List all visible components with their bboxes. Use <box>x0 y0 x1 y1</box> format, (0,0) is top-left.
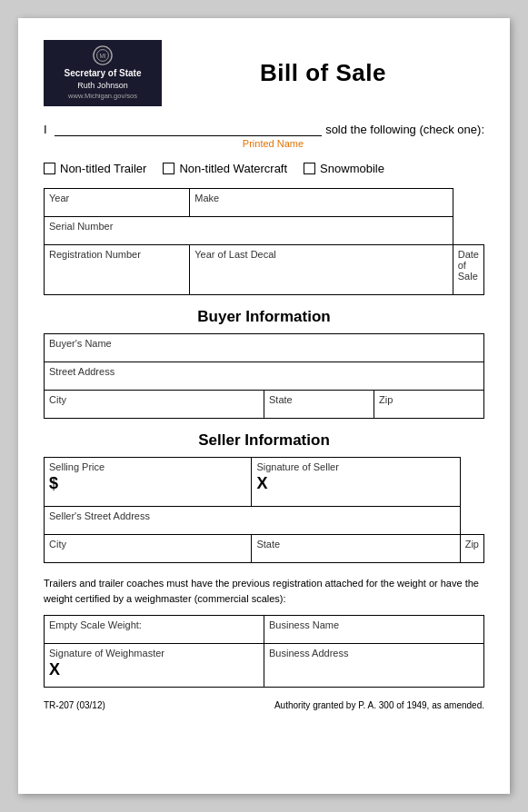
seller-city-cell: City <box>45 535 252 563</box>
date-of-sale-label: Date of Sale <box>458 249 479 282</box>
checkboxes-row: Non-titled Trailer Non-titled Watercraft… <box>44 162 484 175</box>
signature-weighmaster-label: Signature of Weighmaster <box>49 648 164 659</box>
checkbox-label-snowmobile: Snowmobile <box>320 162 384 175</box>
authority-text: Authority granted by P. A. 300 of 1949, … <box>274 700 484 710</box>
checkbox-snowmobile[interactable]: Snowmobile <box>304 162 384 175</box>
seller-table: Selling Price $ Signature of Seller X Se… <box>44 457 484 563</box>
svg-text:MI: MI <box>99 53 105 59</box>
table-row: Buyer's Name <box>45 334 484 362</box>
page-header: MI Secretary of State Ruth Johnson www.M… <box>44 40 484 106</box>
sold-line: I sold the following (check one): <box>44 123 484 136</box>
business-name-label: Business Name <box>269 619 339 630</box>
printed-name-label: Printed Name <box>62 138 484 149</box>
checkbox-label-watercraft: Non-titled Watercraft <box>179 162 287 175</box>
logo-name: Ruth Johnson <box>77 80 128 92</box>
signature-weighmaster-cell: Signature of Weighmaster X <box>45 644 264 688</box>
printed-name-underline <box>55 135 323 136</box>
year-cell: Year <box>45 189 190 217</box>
registration-number-label: Registration Number <box>49 249 141 260</box>
buyer-section-title: Buyer Information <box>44 308 484 326</box>
buyer-state-label: State <box>269 394 293 405</box>
form-number: TR-207 (03/12) <box>44 700 105 710</box>
sold-line-i: I <box>44 123 47 136</box>
state-logo: MI Secretary of State Ruth Johnson www.M… <box>44 40 162 106</box>
year-last-decal-label: Year of Last Decal <box>194 249 275 260</box>
seller-x-mark: X <box>256 474 454 493</box>
empty-scale-weight-label: Empty Scale Weight: <box>49 619 142 630</box>
seller-zip-label: Zip <box>465 539 479 550</box>
registration-number-cell: Registration Number <box>45 245 190 295</box>
table-row: Selling Price $ Signature of Seller X <box>45 458 484 507</box>
logo-title: Secretary of State <box>64 67 141 80</box>
table-row: Year Make <box>45 189 484 217</box>
seller-zip-cell: Zip <box>460 535 483 563</box>
table-row: Serial Number <box>45 217 484 245</box>
table-row: Empty Scale Weight: Business Name <box>45 616 484 644</box>
checkbox-label-trailer: Non-titled Trailer <box>60 162 146 175</box>
table-row: Seller's Street Address <box>45 507 484 535</box>
seller-state-label: State <box>256 539 280 550</box>
signature-seller-label: Signature of Seller <box>256 461 339 472</box>
weighmaster-x-mark: X <box>49 660 259 679</box>
table-row: Street Address <box>45 362 484 391</box>
table-row: Registration Number Year of Last Decal D… <box>45 245 484 295</box>
signature-seller-cell: Signature of Seller X <box>252 458 460 507</box>
checkbox-non-titled-watercraft[interactable]: Non-titled Watercraft <box>163 162 287 175</box>
table-row: City State Zip <box>45 391 484 419</box>
seller-city-label: City <box>49 539 66 550</box>
business-name-cell: Business Name <box>264 616 484 644</box>
buyer-city-label: City <box>49 394 66 405</box>
checkbox-non-titled-trailer[interactable]: Non-titled Trailer <box>44 162 146 175</box>
year-label: Year <box>49 193 69 203</box>
checkbox-box-trailer[interactable] <box>44 163 55 174</box>
buyer-zip-cell: Zip <box>374 391 484 419</box>
empty-scale-weight-cell: Empty Scale Weight: <box>45 616 264 644</box>
business-address-label: Business Address <box>269 648 348 659</box>
business-address-cell: Business Address <box>264 644 484 688</box>
selling-price-label: Selling Price <box>49 461 105 472</box>
checkbox-box-watercraft[interactable] <box>163 163 174 174</box>
serial-number-cell: Serial Number <box>45 217 453 245</box>
checkbox-box-snowmobile[interactable] <box>304 163 315 174</box>
buyer-city-cell: City <box>45 391 264 419</box>
page-title: Bill of Sale <box>162 59 484 87</box>
seller-section-title: Seller Information <box>44 431 484 450</box>
bill-of-sale-page: MI Secretary of State Ruth Johnson www.M… <box>18 18 510 794</box>
date-of-sale-cell: Date of Sale <box>453 245 483 295</box>
weight-table: Empty Scale Weight: Business Name Signat… <box>44 615 484 688</box>
serial-number-label: Serial Number <box>49 221 113 232</box>
dollar-sign: $ <box>49 474 246 493</box>
logo-url: www.Michigan.gov/sos <box>68 92 137 102</box>
seller-street-address-cell: Seller's Street Address <box>45 507 461 535</box>
buyers-name-cell: Buyer's Name <box>45 334 484 362</box>
trailer-note: Trailers and trailer coaches must have t… <box>44 576 484 606</box>
make-cell: Make <box>190 189 453 217</box>
seller-state-cell: State <box>252 535 460 563</box>
seller-street-address-label: Seller's Street Address <box>49 510 150 521</box>
buyer-table: Buyer's Name Street Address City State Z… <box>44 333 484 419</box>
street-address-cell: Street Address <box>45 362 484 391</box>
year-last-decal-cell: Year of Last Decal <box>190 245 453 295</box>
sold-line-suffix: sold the following (check one): <box>325 123 484 136</box>
page-footer: TR-207 (03/12) Authority granted by P. A… <box>44 700 484 710</box>
buyer-state-cell: State <box>264 391 374 419</box>
vehicle-table: Year Make Serial Number Registration Num… <box>44 188 484 295</box>
table-row: Signature of Weighmaster X Business Addr… <box>45 644 484 688</box>
buyer-zip-label: Zip <box>379 394 393 405</box>
table-row: City State Zip <box>45 535 484 563</box>
street-address-label: Street Address <box>49 366 115 377</box>
selling-price-cell: Selling Price $ <box>45 458 252 507</box>
make-label: Make <box>194 193 219 203</box>
buyers-name-label: Buyer's Name <box>49 338 112 349</box>
